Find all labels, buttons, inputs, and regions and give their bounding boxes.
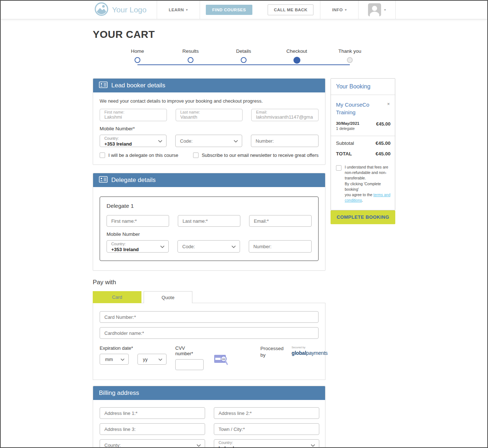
chevron-down-icon — [233, 138, 238, 144]
cvv-card-icon: 000 — [214, 353, 229, 367]
subtotal-row: Subtotal €45.00 — [336, 140, 391, 146]
logo-image-icon — [95, 2, 108, 17]
cardholder-name-input[interactable] — [100, 327, 319, 339]
delegate-checkbox-option[interactable]: I will be a delegate on this course — [100, 152, 178, 158]
step-details[interactable]: Details — [217, 48, 270, 64]
country-select[interactable]: Country: +353 Ireland — [100, 135, 167, 147]
account-menu[interactable]: ▾ — [359, 1, 395, 19]
address-line-1-input[interactable] — [100, 407, 205, 419]
billing-address-header: Billing address — [93, 386, 325, 400]
page-title: YOUR CART — [93, 29, 395, 40]
page: Your Logo LEARN ▾ FIND COURSES CALL ME B… — [0, 0, 488, 448]
step-home[interactable]: Home — [111, 48, 164, 64]
code-select[interactable]: Code: — [175, 135, 242, 147]
select-label: Country: — [104, 136, 119, 140]
chevron-down-icon — [160, 243, 165, 250]
checkout-progress-stepper: Home Results Details Checkout Thank you — [111, 48, 376, 68]
step-label: Home — [131, 48, 144, 54]
nav-learn-label: LEARN — [169, 8, 184, 12]
delegate-country-select[interactable]: Country: +353 Ireland — [107, 240, 169, 253]
globalpayments-logo: Secured by globalpayments — [292, 346, 328, 356]
field-value: lakshmivasanth1147@gma — [256, 115, 314, 120]
course-name-link[interactable]: My CourseCo Training — [336, 101, 386, 116]
cvv-label: CVV number* — [175, 345, 204, 356]
expiry-month-select[interactable]: mm — [100, 354, 129, 365]
terms-text-suffix: . — [362, 198, 363, 202]
select-label: County: — [104, 443, 121, 448]
email-field-disabled: Email: lakshmivasanth1147@gma — [251, 109, 319, 121]
step-label: Results — [182, 48, 199, 54]
checkbox-label: Subscribe to our email newsletter to rec… — [202, 152, 319, 158]
step-results[interactable]: Results — [164, 48, 217, 64]
select-value: Ireland — [219, 445, 308, 448]
step-circle-icon — [241, 57, 247, 63]
complete-booking-button[interactable]: COMPLETE BOOKING — [331, 210, 395, 224]
billing-country-select[interactable]: Country: Ireland — [214, 439, 319, 448]
logo[interactable]: Your Logo — [95, 1, 157, 19]
tab-card[interactable]: Card — [93, 291, 141, 303]
terms-agreement: I understand that fees are non-refundabl… — [331, 163, 395, 210]
delegate-details-section: Delegate details Delegate 1 Mobile Numbe… — [93, 173, 325, 271]
find-courses-button[interactable]: FIND COURSES — [206, 5, 253, 15]
pay-with-title: Pay with — [93, 279, 325, 286]
delegate-1-box: Delegate 1 Mobile Number Country: — [100, 197, 319, 261]
call-me-back-button[interactable]: CALL ME BACK — [268, 4, 313, 15]
step-circle-icon — [135, 57, 140, 63]
field-value: Lakshmi — [104, 115, 162, 120]
card-number-input[interactable] — [100, 311, 319, 323]
caret-down-icon: ▾ — [345, 8, 347, 12]
step-label: Details — [236, 48, 251, 54]
lead-booker-intro: We need your contact details to improve … — [100, 98, 319, 104]
delegate-first-name-input[interactable] — [107, 215, 169, 227]
newsletter-checkbox-option[interactable]: Subscribe to our email newsletter to rec… — [193, 152, 319, 158]
top-navbar: Your Logo LEARN ▾ FIND COURSES CALL ME B… — [1, 1, 487, 19]
step-circle-icon — [293, 57, 300, 64]
last-name-field-disabled: Last name: Vasanth — [176, 109, 243, 121]
lead-booker-header: Lead booker details — [93, 79, 325, 92]
nav-info-label: INFO — [332, 8, 343, 12]
step-checkout[interactable]: Checkout — [270, 48, 323, 64]
remove-item-icon[interactable]: × — [386, 101, 391, 107]
delegate-details-header: Delegate details — [93, 173, 325, 187]
select-value: yy — [143, 357, 156, 362]
avatar — [368, 3, 381, 16]
terms-checkbox[interactable] — [336, 165, 341, 171]
select-label: Country: — [111, 242, 126, 246]
provider-name-bold: global — [292, 350, 306, 356]
checkbox[interactable] — [193, 152, 199, 158]
provider-name-rest: payments — [306, 350, 328, 356]
total-label: TOTAL — [336, 151, 352, 156]
terms-text-body: I understand that fees are non-refundabl… — [345, 165, 388, 197]
mobile-number-input[interactable] — [251, 135, 319, 147]
field-label: Last name: — [180, 110, 238, 115]
select-value: mm — [105, 357, 118, 362]
id-card-icon — [99, 82, 108, 90]
expiration-date-label: Expiration date* — [100, 345, 167, 351]
field-label: First name: — [104, 110, 162, 115]
delegate-email-input[interactable] — [249, 215, 312, 227]
payment-tabs: Card Quote — [93, 291, 325, 303]
select-value: +353 Ireland — [111, 247, 158, 253]
town-city-input[interactable] — [214, 423, 319, 435]
cvv-input[interactable] — [175, 359, 204, 370]
delegate-code-select[interactable]: Code: — [177, 240, 240, 253]
delegate-last-name-input[interactable] — [178, 215, 240, 227]
nav-learn-dropdown[interactable]: LEARN ▾ — [157, 1, 200, 19]
divider — [200, 1, 200, 19]
card-payment-panel: Expiration date* mm yy — [93, 303, 325, 380]
chevron-down-icon — [231, 243, 236, 250]
select-label: Country: — [219, 440, 233, 445]
nav-info-dropdown[interactable]: INFO ▾ — [320, 1, 358, 19]
field-value: Vasanth — [180, 115, 238, 120]
total-row: TOTAL €45.00 — [336, 151, 391, 156]
tab-quote[interactable]: Quote — [144, 291, 192, 303]
step-circle-icon — [347, 57, 353, 63]
expiry-year-select[interactable]: yy — [137, 354, 167, 365]
checkbox[interactable] — [100, 152, 105, 158]
delegate-number-input[interactable] — [249, 240, 312, 253]
address-line-3-input[interactable] — [100, 423, 205, 435]
lead-booker-section: Lead booker details We need your contact… — [93, 78, 325, 165]
terms-text: I understand that fees are non-refundabl… — [345, 164, 391, 203]
county-select[interactable]: County: — [100, 439, 205, 448]
address-line-2-input[interactable] — [214, 407, 319, 419]
